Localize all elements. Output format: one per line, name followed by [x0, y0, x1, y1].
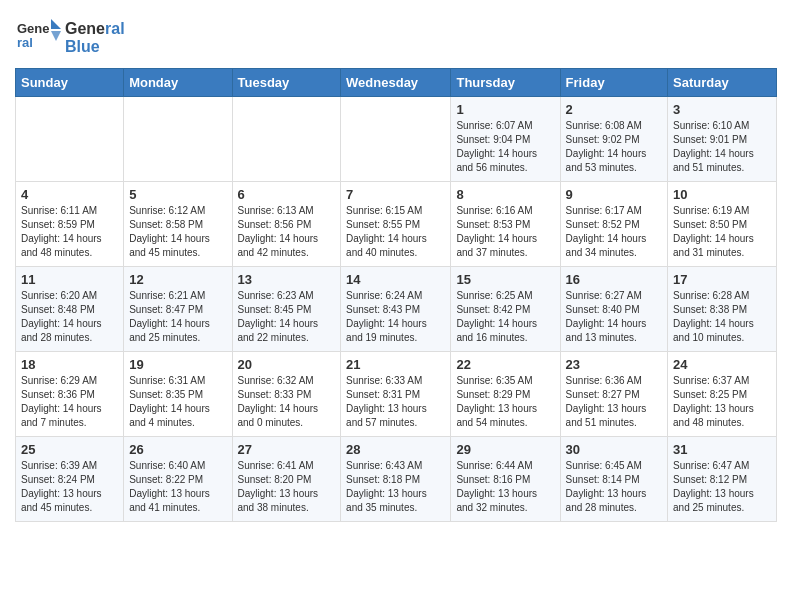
cell-content: Sunset: 8:36 PM — [21, 388, 118, 402]
cell-date: 10 — [673, 187, 771, 202]
cell-content: Sunrise: 6:27 AM — [566, 289, 662, 303]
cell-content: Daylight: 14 hours and 19 minutes. — [346, 317, 445, 345]
cell-content: Sunrise: 6:41 AM — [238, 459, 336, 473]
cell-content: Daylight: 13 hours and 38 minutes. — [238, 487, 336, 515]
cell-content: Sunrise: 6:08 AM — [566, 119, 662, 133]
cell-content: Sunset: 8:42 PM — [456, 303, 554, 317]
cell-content: Sunset: 8:47 PM — [129, 303, 226, 317]
cell-content: Sunset: 8:55 PM — [346, 218, 445, 232]
calendar-cell: 23Sunrise: 6:36 AMSunset: 8:27 PMDayligh… — [560, 352, 667, 437]
cell-date: 14 — [346, 272, 445, 287]
cell-content: Daylight: 13 hours and 25 minutes. — [673, 487, 771, 515]
cell-content: Daylight: 14 hours and 31 minutes. — [673, 232, 771, 260]
calendar-header: SundayMondayTuesdayWednesdayThursdayFrid… — [16, 69, 777, 97]
logo: Gene ral General Blue — [15, 15, 125, 60]
calendar-cell — [124, 97, 232, 182]
cell-date: 17 — [673, 272, 771, 287]
calendar-cell — [232, 97, 341, 182]
cell-content: Sunset: 8:52 PM — [566, 218, 662, 232]
calendar-cell: 7Sunrise: 6:15 AMSunset: 8:55 PMDaylight… — [341, 182, 451, 267]
cell-date: 19 — [129, 357, 226, 372]
cell-date: 20 — [238, 357, 336, 372]
cell-content: Sunrise: 6:47 AM — [673, 459, 771, 473]
cell-content: Sunrise: 6:44 AM — [456, 459, 554, 473]
cell-content: Sunset: 8:27 PM — [566, 388, 662, 402]
calendar-cell: 24Sunrise: 6:37 AMSunset: 8:25 PMDayligh… — [668, 352, 777, 437]
cell-content: Sunrise: 6:11 AM — [21, 204, 118, 218]
cell-content: Daylight: 14 hours and 45 minutes. — [129, 232, 226, 260]
calendar-cell: 18Sunrise: 6:29 AMSunset: 8:36 PMDayligh… — [16, 352, 124, 437]
cell-content: Sunrise: 6:45 AM — [566, 459, 662, 473]
calendar-cell: 29Sunrise: 6:44 AMSunset: 8:16 PMDayligh… — [451, 437, 560, 522]
cell-content: Daylight: 13 hours and 45 minutes. — [21, 487, 118, 515]
cell-content: Daylight: 13 hours and 57 minutes. — [346, 402, 445, 430]
cell-content: Daylight: 14 hours and 48 minutes. — [21, 232, 118, 260]
cell-content: Sunset: 8:20 PM — [238, 473, 336, 487]
cell-content: Sunrise: 6:20 AM — [21, 289, 118, 303]
cell-content: Sunset: 8:16 PM — [456, 473, 554, 487]
cell-content: Sunset: 9:04 PM — [456, 133, 554, 147]
header-day: Tuesday — [232, 69, 341, 97]
calendar-cell: 28Sunrise: 6:43 AMSunset: 8:18 PMDayligh… — [341, 437, 451, 522]
cell-content: Sunrise: 6:28 AM — [673, 289, 771, 303]
cell-date: 18 — [21, 357, 118, 372]
cell-date: 25 — [21, 442, 118, 457]
cell-content: Sunset: 9:01 PM — [673, 133, 771, 147]
calendar-cell: 6Sunrise: 6:13 AMSunset: 8:56 PMDaylight… — [232, 182, 341, 267]
header-day: Friday — [560, 69, 667, 97]
cell-content: Daylight: 13 hours and 35 minutes. — [346, 487, 445, 515]
cell-date: 8 — [456, 187, 554, 202]
calendar-week-row: 18Sunrise: 6:29 AMSunset: 8:36 PMDayligh… — [16, 352, 777, 437]
cell-content: Daylight: 14 hours and 53 minutes. — [566, 147, 662, 175]
cell-date: 21 — [346, 357, 445, 372]
cell-content: Sunrise: 6:19 AM — [673, 204, 771, 218]
cell-date: 3 — [673, 102, 771, 117]
cell-content: Daylight: 13 hours and 41 minutes. — [129, 487, 226, 515]
cell-content: Sunset: 8:29 PM — [456, 388, 554, 402]
cell-content: Sunset: 8:40 PM — [566, 303, 662, 317]
header-row: SundayMondayTuesdayWednesdayThursdayFrid… — [16, 69, 777, 97]
cell-date: 5 — [129, 187, 226, 202]
header: Gene ral General Blue — [15, 10, 777, 60]
calendar-cell: 14Sunrise: 6:24 AMSunset: 8:43 PMDayligh… — [341, 267, 451, 352]
svg-marker-3 — [51, 31, 61, 41]
cell-content: Sunrise: 6:33 AM — [346, 374, 445, 388]
header-day: Thursday — [451, 69, 560, 97]
cell-content: Sunset: 8:33 PM — [238, 388, 336, 402]
cell-content: Sunset: 8:56 PM — [238, 218, 336, 232]
calendar-cell: 19Sunrise: 6:31 AMSunset: 8:35 PMDayligh… — [124, 352, 232, 437]
calendar-cell: 5Sunrise: 6:12 AMSunset: 8:58 PMDaylight… — [124, 182, 232, 267]
cell-content: Sunrise: 6:29 AM — [21, 374, 118, 388]
cell-content: Daylight: 13 hours and 28 minutes. — [566, 487, 662, 515]
calendar-cell: 12Sunrise: 6:21 AMSunset: 8:47 PMDayligh… — [124, 267, 232, 352]
cell-content: Sunrise: 6:40 AM — [129, 459, 226, 473]
cell-date: 15 — [456, 272, 554, 287]
cell-content: Sunrise: 6:13 AM — [238, 204, 336, 218]
cell-date: 11 — [21, 272, 118, 287]
calendar-cell: 20Sunrise: 6:32 AMSunset: 8:33 PMDayligh… — [232, 352, 341, 437]
cell-content: Sunrise: 6:43 AM — [346, 459, 445, 473]
cell-content: Daylight: 14 hours and 40 minutes. — [346, 232, 445, 260]
calendar-cell: 22Sunrise: 6:35 AMSunset: 8:29 PMDayligh… — [451, 352, 560, 437]
calendar-cell — [16, 97, 124, 182]
cell-content: Sunrise: 6:15 AM — [346, 204, 445, 218]
calendar-week-row: 25Sunrise: 6:39 AMSunset: 8:24 PMDayligh… — [16, 437, 777, 522]
cell-content: Daylight: 14 hours and 28 minutes. — [21, 317, 118, 345]
calendar-body: 1Sunrise: 6:07 AMSunset: 9:04 PMDaylight… — [16, 97, 777, 522]
cell-content: Sunset: 8:14 PM — [566, 473, 662, 487]
cell-content: Sunset: 8:48 PM — [21, 303, 118, 317]
header-day: Monday — [124, 69, 232, 97]
header-day: Saturday — [668, 69, 777, 97]
cell-content: Sunset: 8:45 PM — [238, 303, 336, 317]
cell-date: 7 — [346, 187, 445, 202]
cell-content: Sunrise: 6:24 AM — [346, 289, 445, 303]
cell-content: Sunrise: 6:10 AM — [673, 119, 771, 133]
cell-content: Sunset: 8:43 PM — [346, 303, 445, 317]
cell-content: Daylight: 14 hours and 22 minutes. — [238, 317, 336, 345]
cell-date: 31 — [673, 442, 771, 457]
cell-content: Daylight: 14 hours and 16 minutes. — [456, 317, 554, 345]
calendar-table: SundayMondayTuesdayWednesdayThursdayFrid… — [15, 68, 777, 522]
cell-content: Daylight: 14 hours and 51 minutes. — [673, 147, 771, 175]
cell-date: 24 — [673, 357, 771, 372]
cell-content: Sunset: 9:02 PM — [566, 133, 662, 147]
